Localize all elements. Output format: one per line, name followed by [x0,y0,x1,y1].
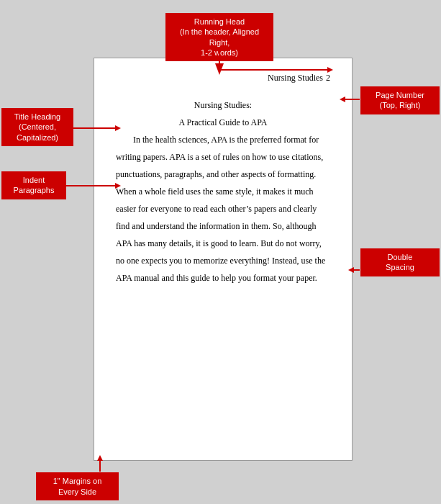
indent-line1: Indent [23,176,45,184]
running-head-line2: (In the header, Aligned Right, [180,27,259,46]
title-line2: A Practical Guide to APA [116,114,330,131]
title-heading-line2: (Centered, [19,122,56,131]
margins-line2: Every Side [58,487,96,496]
running-head-line1: Running Head [194,17,245,26]
header-page-number: 2 [326,73,330,84]
paper-title-section: Nursing Studies: A Practical Guide to AP… [116,96,330,131]
annotation-indent-paragraphs: Indent Paragraphs [1,171,66,199]
header-title: Nursing Studies [268,73,323,84]
body-paragraph: In the health sciences, APA is the prefe… [116,131,330,287]
double-spacing-line2: Spacing [386,263,414,271]
paper-document: Nursing Studies 2 Nursing Studies: A Pra… [94,58,353,461]
double-spacing-line1: Double [388,253,413,261]
paper-body: In the health sciences, APA is the prefe… [116,131,330,287]
indent-line2: Paragraphs [14,186,55,194]
title-line1: Nursing Studies: [116,96,330,114]
annotation-running-head: Running Head (In the header, Aligned Rig… [165,13,273,61]
title-heading-line1: Title Heading [14,112,60,121]
title-heading-line3: Capitalized) [17,133,58,142]
annotation-title-heading: Title Heading (Centered, Capitalized) [1,108,73,146]
page-number-line2: (Top, Right) [380,101,421,109]
running-head-line3: 1-2 words) [201,48,238,57]
margins-line1: 1" Margins on [53,477,102,485]
paper-header: Nursing Studies 2 [116,73,330,84]
page-number-line1: Page Number [376,91,424,99]
annotation-double-spacing: Double Spacing [360,248,440,276]
annotation-page-number: Page Number (Top, Right) [360,86,440,114]
annotation-margins: 1" Margins on Every Side [36,472,119,500]
